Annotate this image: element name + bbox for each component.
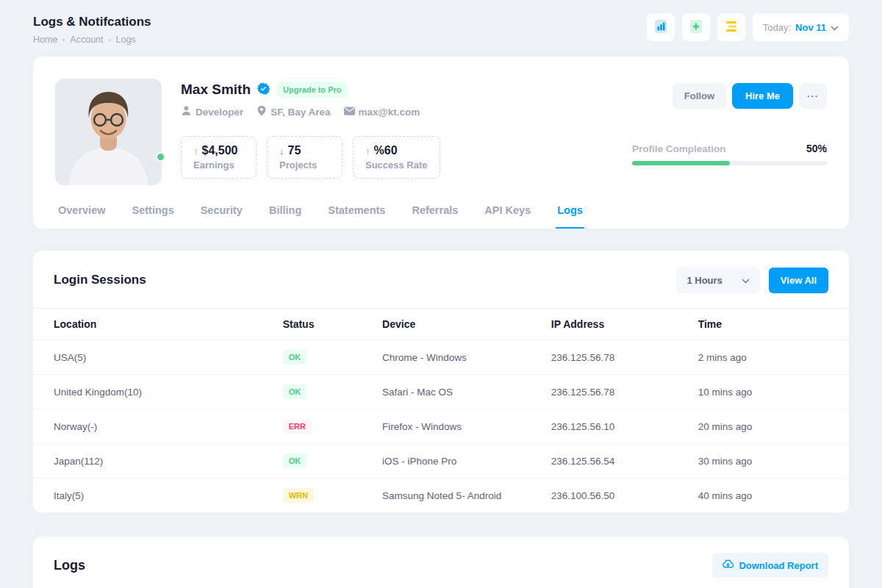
follow-button[interactable]: Follow bbox=[673, 83, 726, 109]
status-badge: WRN bbox=[283, 488, 314, 503]
file-add-icon bbox=[688, 18, 704, 37]
session-time: 2 mins ago bbox=[698, 340, 849, 375]
tab-security[interactable]: Security bbox=[199, 198, 244, 229]
session-row: USA(5) OK Chrome - Windows 236.125.56.78… bbox=[33, 340, 849, 375]
session-location: Japan(112) bbox=[33, 444, 283, 478]
arrow-up-icon bbox=[193, 146, 198, 157]
col-ip-address: IP Address bbox=[551, 309, 698, 340]
profile-tabs: Overview Settings Security Billing State… bbox=[55, 198, 827, 229]
tab-billing[interactable]: Billing bbox=[268, 198, 303, 229]
profile-location-label: SF, Bay Area bbox=[270, 107, 330, 118]
hire-me-button[interactable]: Hire Me bbox=[732, 83, 793, 109]
session-row: Norway(-) ERR Firefox - Windows 236.125.… bbox=[33, 409, 849, 444]
status-badge: ERR bbox=[283, 419, 312, 434]
profile-email[interactable]: max@kt.com bbox=[344, 107, 420, 118]
session-device: iOS - iPhone Pro bbox=[382, 444, 551, 478]
col-device: Device bbox=[382, 309, 551, 340]
session-time: 40 mins ago bbox=[698, 478, 849, 513]
progress-track bbox=[632, 161, 827, 165]
tab-statements[interactable]: Statements bbox=[326, 198, 387, 229]
profile-role[interactable]: Developer bbox=[181, 105, 243, 118]
chevron-down-icon bbox=[831, 22, 839, 33]
breadcrumb-home[interactable]: Home bbox=[33, 35, 57, 45]
avatar bbox=[55, 79, 162, 185]
toolbar: Logs & Notifcations Home Account Logs bbox=[33, 13, 849, 45]
session-time: 20 mins ago bbox=[698, 409, 849, 444]
tab-logs[interactable]: Logs bbox=[556, 198, 584, 229]
session-row: United Kingdom(10) OK Safari - Mac OS 23… bbox=[33, 375, 849, 409]
stat-earnings: $4,500 Earnings bbox=[181, 136, 257, 179]
breadcrumb-separator bbox=[62, 39, 65, 41]
profile-completion: Profile Compleation 50% bbox=[632, 143, 827, 165]
file-list-button[interactable] bbox=[717, 13, 745, 41]
date-picker-button[interactable]: Today: Nov 11 bbox=[753, 13, 849, 41]
profile-email-label: max@kt.com bbox=[359, 107, 420, 118]
profile-meta-row: Developer SF, Bay Area max@kt.com bbox=[181, 105, 613, 118]
stat-earnings-label: Earnings bbox=[193, 159, 244, 171]
tab-referrals[interactable]: Referrals bbox=[410, 198, 459, 229]
stat-success-rate-label: Success Rate bbox=[365, 159, 428, 171]
file-add-button[interactable] bbox=[682, 13, 710, 41]
session-ip: 236.125.56.78 bbox=[551, 340, 698, 375]
sessions-filter-value: 1 Hours bbox=[686, 275, 722, 286]
login-sessions-title: Login Sessions bbox=[54, 273, 146, 287]
profile-person-icon bbox=[181, 105, 192, 118]
download-report-button[interactable]: Download Report bbox=[712, 553, 828, 578]
session-device: Chrome - Windows bbox=[382, 340, 551, 375]
breadcrumb-separator bbox=[109, 39, 111, 41]
session-location: Italy(5) bbox=[33, 478, 283, 513]
file-chart-icon bbox=[653, 18, 669, 37]
profile-right: Follow Hire Me ··· Profile Compleation 5… bbox=[632, 79, 827, 185]
profile-stats: $4,500 Earnings 75 Projects bbox=[181, 136, 613, 179]
profile-card: Max Smith Upgrade to Pro Developer bbox=[33, 57, 849, 229]
stat-success-rate: %60 Success Rate bbox=[353, 136, 440, 179]
tab-settings[interactable]: Settings bbox=[131, 198, 176, 229]
cloud-download-icon bbox=[723, 559, 734, 571]
session-location: United Kingdom(10) bbox=[33, 375, 283, 409]
session-ip: 236.125.56.54 bbox=[551, 444, 698, 478]
arrow-up-icon bbox=[365, 146, 370, 157]
file-chart-button[interactable] bbox=[647, 13, 675, 41]
stat-projects-label: Projects bbox=[279, 159, 330, 171]
logs-title: Logs bbox=[54, 558, 85, 573]
login-sessions-card: Login Sessions 1 Hours View All Location… bbox=[33, 251, 849, 513]
file-list-icon bbox=[723, 18, 739, 37]
profile-role-label: Developer bbox=[196, 107, 243, 118]
stat-earnings-value: $4,500 bbox=[202, 144, 238, 157]
stat-projects: 75 Projects bbox=[267, 136, 343, 179]
col-time: Time bbox=[698, 309, 849, 340]
session-device: Firefox - Windows bbox=[382, 409, 551, 444]
sessions-table: Location Status Device IP Address Time U… bbox=[33, 308, 849, 513]
progress-fill bbox=[632, 161, 730, 165]
page-title: Logs & Notifcations bbox=[33, 15, 151, 29]
profile-completion-label: Profile Compleation bbox=[632, 143, 726, 154]
col-location: Location bbox=[33, 309, 283, 340]
date-picker-label: Today: bbox=[763, 22, 791, 33]
avatar-photo bbox=[55, 79, 162, 185]
logs-card: Logs Download Report 500 ERR POST /v1/in… bbox=[33, 537, 849, 588]
toolbar-right: Today: Nov 11 bbox=[647, 13, 849, 41]
session-ip: 236.125.56.78 bbox=[551, 375, 698, 409]
more-options-button[interactable]: ··· bbox=[799, 83, 827, 109]
toolbar-left: Logs & Notifcations Home Account Logs bbox=[33, 13, 151, 45]
view-all-button[interactable]: View All bbox=[769, 268, 828, 293]
tab-overview[interactable]: Overview bbox=[57, 198, 107, 229]
profile-location[interactable]: SF, Bay Area bbox=[257, 105, 330, 118]
geolocation-pin-icon bbox=[257, 105, 267, 118]
stat-success-rate-value: %60 bbox=[374, 144, 398, 157]
sessions-filter-select[interactable]: 1 Hours bbox=[676, 267, 759, 293]
chevron-down-icon bbox=[742, 275, 750, 286]
breadcrumb-logs[interactable]: Logs bbox=[116, 35, 136, 45]
profile-name: Max Smith bbox=[181, 82, 251, 98]
upgrade-to-pro-badge[interactable]: Upgrade to Pro bbox=[276, 82, 348, 98]
breadcrumb-account[interactable]: Account bbox=[70, 35, 103, 45]
session-device: Samsung Noted 5- Android bbox=[382, 478, 551, 513]
status-badge: OK bbox=[283, 384, 307, 399]
tab-api-keys[interactable]: API Keys bbox=[483, 198, 532, 229]
mail-icon bbox=[344, 107, 355, 118]
status-badge: OK bbox=[283, 453, 307, 468]
session-ip: 236.125.56.10 bbox=[551, 409, 698, 444]
profile-main: Max Smith Upgrade to Pro Developer bbox=[181, 79, 613, 185]
page: Logs & Notifcations Home Account Logs bbox=[0, 0, 882, 588]
col-status: Status bbox=[283, 309, 382, 340]
